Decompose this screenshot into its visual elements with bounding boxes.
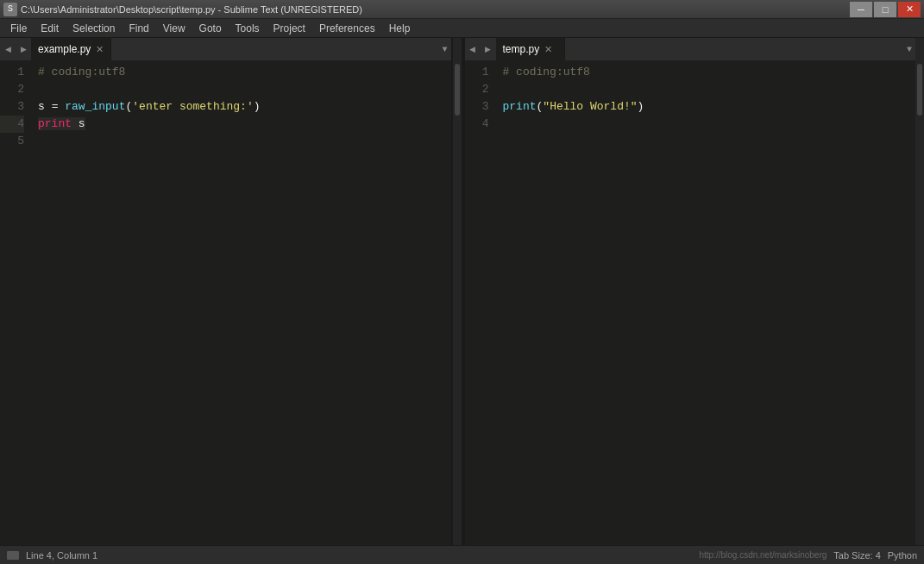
right-line-numbers: 1 2 3 4: [465, 60, 496, 545]
right-tab-bar: ◀ ▶ temp.py ✕ ▼: [465, 38, 916, 60]
menu-find[interactable]: Find: [122, 21, 155, 36]
minimize-button[interactable]: ─: [850, 2, 872, 17]
right-scrollbar[interactable]: [915, 38, 924, 545]
right-line-num-2: 2: [465, 81, 489, 98]
status-center: http://blog.csdn.net/marksinoberg: [699, 550, 827, 560]
tab-close-temp-py[interactable]: ✕: [544, 44, 552, 55]
line-num-3: 3: [0, 98, 24, 116]
status-position: Line 4, Column 1: [26, 550, 97, 561]
status-language[interactable]: Python: [888, 550, 917, 561]
line-num-2: 2: [0, 81, 24, 98]
tab-label-temp-py: temp.py: [503, 43, 540, 55]
code-line-1: # coding:utf8: [38, 66, 125, 78]
right-tab-next[interactable]: ▶: [481, 38, 496, 60]
left-tab-next[interactable]: ▶: [16, 38, 31, 60]
right-code-content[interactable]: # coding:utf8 print("Hello World!"): [496, 60, 916, 545]
status-right: http://blog.csdn.net/marksinoberg Tab Si…: [699, 550, 917, 561]
tab-close-example-py[interactable]: ✕: [96, 44, 104, 55]
left-tab-bar: ◀ ▶ example.py ✕ ▼: [0, 38, 451, 60]
tab-label-example-py: example.py: [38, 43, 91, 55]
right-line-num-4: 4: [465, 116, 489, 133]
tab-temp-py[interactable]: temp.py ✕: [496, 38, 565, 60]
line-num-1: 1: [0, 64, 24, 81]
line-num-4: 4: [0, 116, 24, 133]
line-num-5: 5: [0, 133, 24, 150]
right-code-line-3: print("Hello World!"): [503, 100, 644, 113]
left-tab-dropdown[interactable]: ▼: [442, 45, 447, 54]
code-line-4: print s: [38, 117, 85, 130]
left-panel: ◀ ▶ example.py ✕ ▼ 1 2 3 4 5 # coding:ut…: [0, 38, 453, 545]
left-tab-bar-end: ▼: [111, 38, 450, 60]
menu-goto[interactable]: Goto: [192, 21, 229, 36]
menu-file[interactable]: File: [3, 21, 34, 36]
right-code-area[interactable]: 1 2 3 4 # coding:utf8 print("Hello World…: [465, 60, 916, 545]
status-icon: [7, 551, 19, 560]
left-scrollbar[interactable]: [453, 38, 462, 545]
close-button[interactable]: ✕: [898, 2, 921, 17]
left-line-numbers: 1 2 3 4 5: [0, 60, 31, 545]
title-bar: S C:\Users\Administrator\Desktop\script\…: [0, 0, 924, 19]
right-line-num-1: 1: [465, 64, 489, 81]
menu-preferences[interactable]: Preferences: [312, 21, 382, 36]
editor-container: ◀ ▶ example.py ✕ ▼ 1 2 3 4 5 # coding:ut…: [0, 38, 924, 545]
window-controls: ─ □ ✕: [850, 2, 921, 17]
window-title: C:\Users\Administrator\Desktop\script\te…: [21, 4, 362, 15]
status-left: Line 4, Column 1: [7, 550, 97, 561]
right-code-line-1: # coding:utf8: [503, 66, 590, 78]
right-tab-bar-end: ▼: [565, 38, 916, 60]
status-tab-size[interactable]: Tab Size: 4: [833, 550, 880, 561]
left-tab-prev[interactable]: ◀: [0, 38, 16, 60]
menu-bar: File Edit Selection Find View Goto Tools…: [0, 19, 924, 38]
left-scrollbar-thumb[interactable]: [455, 64, 460, 116]
menu-edit[interactable]: Edit: [34, 21, 66, 36]
menu-selection[interactable]: Selection: [66, 21, 122, 36]
menu-tools[interactable]: Tools: [229, 21, 267, 36]
maximize-button[interactable]: □: [874, 2, 896, 17]
right-line-num-3: 3: [465, 98, 489, 116]
app-icon: S: [3, 3, 17, 16]
code-line-3: s = raw_input('enter something:'): [38, 100, 261, 113]
right-tab-prev[interactable]: ◀: [465, 38, 481, 60]
right-tab-dropdown[interactable]: ▼: [907, 45, 912, 54]
right-panel: ◀ ▶ temp.py ✕ ▼ 1 2 3 4 # coding:utf8 pr…: [465, 38, 916, 545]
left-code-area[interactable]: 1 2 3 4 5 # coding:utf8 s = raw_input('e…: [0, 60, 451, 545]
left-code-content[interactable]: # coding:utf8 s = raw_input('enter somet…: [31, 60, 451, 545]
right-scrollbar-thumb[interactable]: [917, 64, 922, 116]
menu-view[interactable]: View: [156, 21, 192, 36]
tab-example-py[interactable]: example.py ✕: [31, 38, 111, 60]
status-bar: Line 4, Column 1 http://blog.csdn.net/ma…: [0, 545, 924, 564]
menu-help[interactable]: Help: [382, 21, 418, 36]
menu-project[interactable]: Project: [267, 21, 312, 36]
